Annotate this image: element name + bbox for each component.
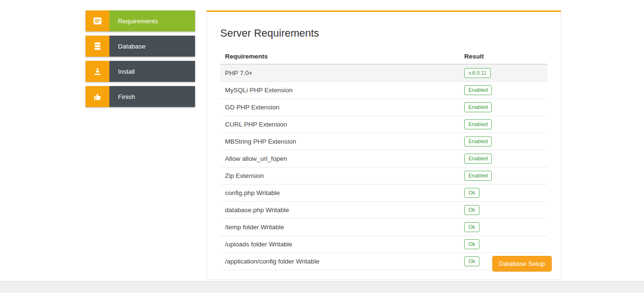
result-badge: Enabled <box>464 85 492 95</box>
table-row: CURL PHP Extension Enabled <box>220 116 547 133</box>
table-header-result: Result <box>464 53 543 60</box>
result-badge: Enabled <box>464 154 492 164</box>
table-row: MySQLi PHP Extension Enabled <box>220 82 547 99</box>
requirement-label: database.php Writable <box>225 206 464 214</box>
thumbs-up-icon <box>86 86 109 107</box>
page-bottom-strip <box>0 281 644 293</box>
table-row: /temp folder Writable Ok <box>220 219 547 236</box>
requirement-label: MBString PHP Extension <box>225 138 464 145</box>
table-row: database.php Writable Ok <box>220 202 547 219</box>
requirement-label: Zip Extension <box>225 172 464 179</box>
requirements-panel: Server Requirements Requirements Result … <box>206 10 561 280</box>
requirement-label: /uploads folder Writable <box>225 241 464 248</box>
requirement-label: CURL PHP Extension <box>225 121 464 128</box>
table-header-requirements: Requirements <box>225 53 464 60</box>
sidebar-item-label: Finish <box>109 86 195 107</box>
sidebar-item-label: Install <box>109 61 195 82</box>
table-row: Allow allow_url_fopen Enabled <box>220 150 547 167</box>
requirement-label: /temp folder Writable <box>225 224 464 231</box>
result-badge: Enabled <box>464 119 492 129</box>
requirement-label: config.php Writable <box>225 189 464 196</box>
requirement-label: Allow allow_url_fopen <box>225 155 464 162</box>
table-row: GD PHP Extension Enabled <box>220 99 547 116</box>
result-badge: Ok <box>464 239 479 249</box>
table-row: MBString PHP Extension Enabled <box>220 133 547 150</box>
result-badge: v.8.0.11 <box>464 68 491 78</box>
card-footer: Database Setup <box>492 256 552 272</box>
table-row: Zip Extension Enabled <box>220 167 547 185</box>
database-icon <box>86 36 109 57</box>
table-header: Requirements Result <box>220 49 547 65</box>
form-icon <box>86 10 109 31</box>
sidebar-item-label: Database <box>109 36 195 57</box>
result-badge: Ok <box>464 205 479 215</box>
requirement-label: MySQLi PHP Extension <box>225 87 464 94</box>
result-badge: Enabled <box>464 137 492 146</box>
result-badge: Ok <box>464 256 479 266</box>
sidebar-item-requirements[interactable]: Requirements <box>86 10 195 31</box>
requirement-label: PHP 7.0+ <box>225 69 464 77</box>
page-title: Server Requirements <box>220 27 547 39</box>
table-row: /uploads folder Writable Ok <box>220 236 547 253</box>
result-badge: Ok <box>464 222 479 232</box>
requirement-label: GD PHP Extension <box>225 104 464 111</box>
requirement-label: /application/config folder Writable <box>225 258 464 265</box>
sidebar-item-database[interactable]: Database <box>86 36 195 57</box>
download-icon <box>86 61 109 82</box>
database-setup-button[interactable]: Database Setup <box>492 256 552 272</box>
wizard-sidebar: Requirements Database Install Fi <box>86 10 195 111</box>
table-row: config.php Writable Ok <box>220 185 547 202</box>
result-badge: Enabled <box>464 102 492 112</box>
sidebar-item-label: Requirements <box>109 10 195 31</box>
sidebar-item-install[interactable]: Install <box>86 61 195 82</box>
sidebar-item-finish[interactable]: Finish <box>86 86 195 107</box>
result-badge: Enabled <box>464 171 492 181</box>
table-row: PHP 7.0+ v.8.0.11 <box>220 65 547 82</box>
result-badge: Ok <box>464 188 479 198</box>
